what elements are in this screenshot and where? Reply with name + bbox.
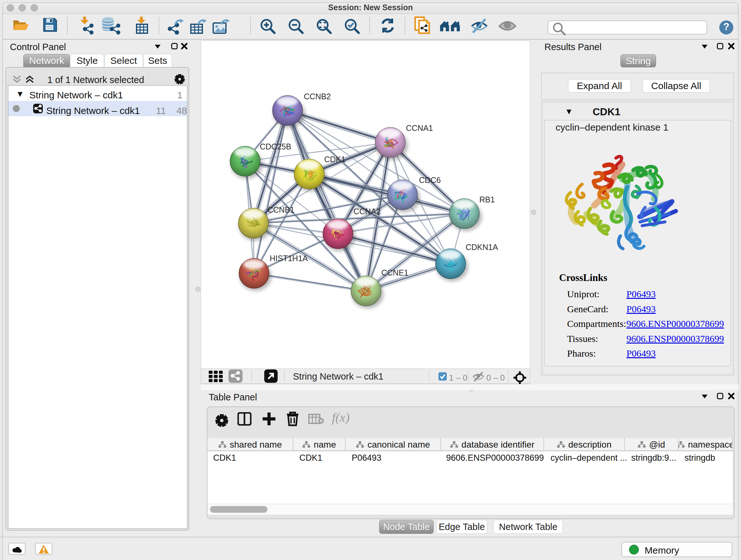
svg-text:CDK1: CDK1 <box>324 155 346 164</box>
svg-text:CDC6: CDC6 <box>419 176 441 185</box>
svg-text:CDC25B: CDC25B <box>260 142 291 151</box>
svg-text:HIST1H1A: HIST1H1A <box>270 254 308 263</box>
svg-text:CCNB2: CCNB2 <box>304 92 331 101</box>
svg-text:CCNE1: CCNE1 <box>381 268 408 277</box>
svg-text:RB1: RB1 <box>479 195 495 204</box>
svg-text:CCNB1: CCNB1 <box>267 205 294 214</box>
svg-text:CDKN1A: CDKN1A <box>466 243 498 252</box>
svg-text:CCNA2: CCNA2 <box>354 207 381 216</box>
svg-text:CCNA1: CCNA1 <box>406 124 433 132</box>
